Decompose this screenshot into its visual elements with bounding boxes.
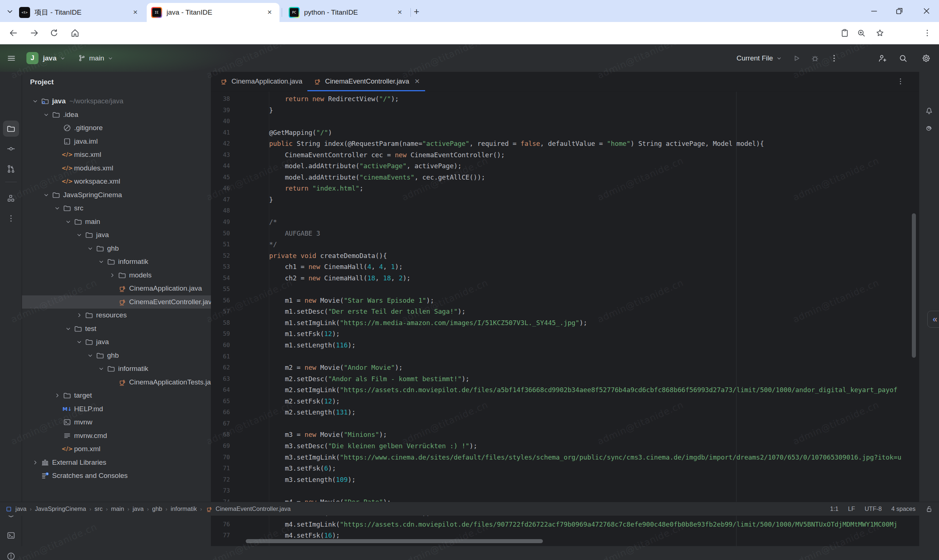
chevron-down-icon[interactable] [63,325,73,332]
lock-open-icon[interactable] [925,505,933,513]
tab-search-chevron-icon[interactable] [5,6,15,16]
sidebar-item-project-icon[interactable] [3,121,19,137]
chevron-right-icon[interactable] [107,272,117,279]
tree-row[interactable]: .gitignore [22,121,211,135]
breadcrumb-item[interactable]: java [133,505,143,512]
chevron-down-icon[interactable] [63,218,73,225]
tab-close-icon[interactable]: ✕ [415,77,420,85]
run-config-selector[interactable]: Current File [737,45,782,72]
tree-row[interactable]: src [22,202,211,215]
tab-close-icon[interactable]: ✕ [131,8,140,17]
sidebar-item-structure-icon[interactable] [3,190,19,206]
tree-row[interactable]: Scratches and Consoles [22,469,211,483]
breadcrumb-item[interactable]: java [15,505,26,512]
line-ending-indicator[interactable]: LF [848,505,855,512]
sidebar-item-more-icon[interactable] [3,210,19,226]
browser-tab[interactable]: PCpython - TitanIDE✕ [284,3,410,22]
tree-row[interactable]: informatik [22,362,211,375]
tree-row[interactable]: java.iml [22,135,211,148]
browser-tab[interactable]: IEjava - TitanIDE✕ [147,3,279,22]
project-panel-header[interactable]: Project [22,72,211,92]
tree-row[interactable]: mvnw.cmd [22,429,211,443]
vertical-scrollbar[interactable] [912,213,916,358]
forward-icon[interactable] [29,28,39,38]
tree-row[interactable]: resources [22,309,211,322]
project-widget[interactable]: J java [26,45,66,72]
tree-row[interactable]: .idea [22,108,211,122]
breadcrumb-item[interactable]: informatik [171,505,197,512]
chevron-down-icon[interactable] [52,205,62,212]
search-everywhere-button[interactable] [898,45,908,72]
home-icon[interactable] [70,28,80,38]
chevron-down-icon[interactable] [96,365,106,372]
tree-row[interactable]: java [22,228,211,242]
chevron-down-icon[interactable] [85,245,96,252]
window-close-button[interactable] [922,6,931,15]
tree-row[interactable]: CinemaApplicationTests.java [22,375,211,389]
chevron-down-icon[interactable] [74,338,84,346]
tree-row[interactable]: </>workspace.xml [22,175,211,188]
tree-row[interactable]: mvnw [22,415,211,429]
chevron-down-icon[interactable] [96,258,106,265]
window-restore-button[interactable] [895,6,904,15]
tree-row[interactable]: </>pom.xml [22,442,211,456]
sidebar-item-pull-requests-icon[interactable] [3,161,19,177]
breadcrumb-item[interactable]: main [111,505,124,512]
chevron-down-icon[interactable] [41,191,51,198]
editor-tab-options-icon[interactable] [896,77,905,86]
browser-tab[interactable]: <t>项目 - TitanIDE✕ [15,3,145,22]
tree-row[interactable]: test [22,322,211,336]
more-actions-icon[interactable] [830,45,839,72]
tree-row[interactable]: java~/workspace/java [22,95,211,108]
breadcrumb-item[interactable]: CinemaEventController.java [216,505,291,512]
clipboard-icon[interactable] [840,28,850,38]
vcs-widget[interactable]: main [78,45,114,72]
tab-close-icon[interactable]: ✕ [395,8,405,17]
tree-row[interactable]: informatik [22,255,211,269]
breadcrumb-item[interactable]: ghb [152,505,162,512]
encoding-indicator[interactable]: UTF-8 [865,505,882,512]
editor-tab[interactable]: CinemaApplication.java [214,72,307,91]
breadcrumb-item[interactable]: src [95,505,103,512]
sidebar-item-problems-icon[interactable] [3,548,19,560]
chevron-down-icon[interactable] [41,111,51,118]
collapse-panel-button[interactable]: « [927,311,939,328]
chevron-down-icon[interactable] [30,97,40,105]
tree-row[interactable]: ghb [22,349,211,363]
bookmark-star-icon[interactable] [875,28,885,38]
editor-tab-active[interactable]: CinemaEventController.java✕ [307,72,425,91]
chevron-down-icon[interactable] [85,352,96,359]
ai-assistant-icon[interactable] [921,120,937,135]
chevron-right-icon[interactable] [52,392,62,399]
tree-row[interactable]: </>modules.xml [22,162,211,175]
settings-button[interactable] [921,45,931,72]
horizontal-scrollbar[interactable] [246,539,543,543]
breadcrumb-item[interactable]: JavaSpringCinema [35,505,86,512]
zoom-in-icon[interactable] [856,28,866,38]
back-icon[interactable] [8,28,19,38]
tree-row[interactable]: External Libraries [22,456,211,469]
chevron-down-icon[interactable] [74,231,84,238]
tree-row[interactable]: target [22,389,211,402]
browser-menu-dots-icon[interactable] [922,28,932,38]
tree-row[interactable]: CinemaApplication.java [22,282,211,295]
new-tab-button[interactable]: + [414,6,419,17]
tree-row[interactable]: models [22,269,211,282]
tree-row[interactable]: M↓HELP.md [22,402,211,416]
sidebar-item-terminal-icon[interactable] [3,528,19,543]
chevron-right-icon[interactable] [30,459,40,466]
tree-row[interactable]: java [22,335,211,349]
code-viewport[interactable]: 38 return new RedirectView("/");39 }4041… [211,92,919,546]
reload-icon[interactable] [49,28,59,38]
tree-row[interactable]: ghb [22,242,211,255]
tree-row[interactable]: </>misc.xml [22,148,211,162]
debug-button[interactable] [810,45,820,72]
chevron-right-icon[interactable] [74,312,84,319]
tab-close-icon[interactable]: ✕ [265,8,274,17]
caret-position[interactable]: 1:1 [830,505,839,512]
tree-row-selected[interactable]: CinemaEventController.java [22,295,211,309]
add-user-button[interactable] [877,45,887,72]
indent-indicator[interactable]: 4 spaces [891,505,916,512]
tree-row[interactable]: main [22,215,211,229]
tree-row[interactable]: JavaSpringCinema [22,188,211,202]
